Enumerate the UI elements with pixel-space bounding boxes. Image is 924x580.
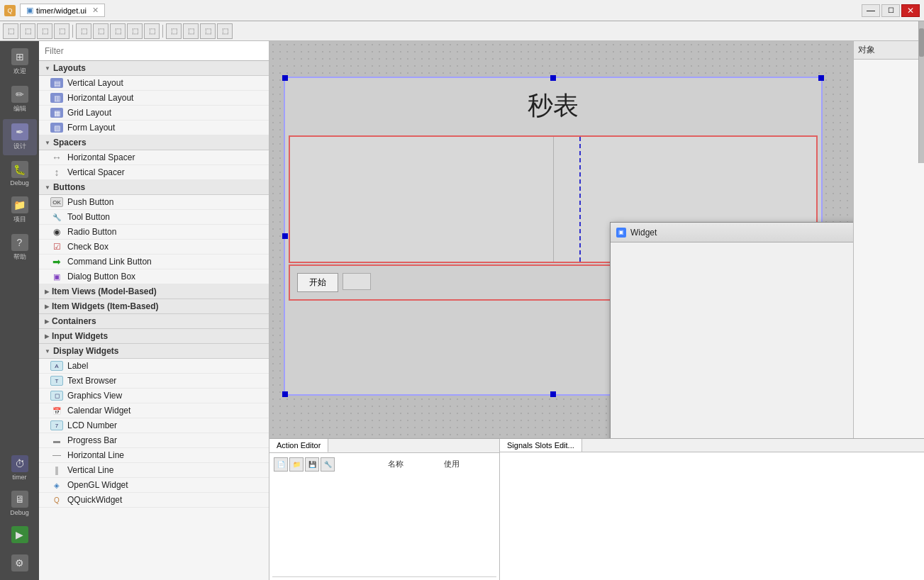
handle-l[interactable] [282, 233, 288, 239]
toolbar-btn-3[interactable]: ⬚ [37, 23, 52, 39]
command-link-label: Command Link Button [67, 257, 152, 267]
file-tab-icon: ▣ [26, 6, 33, 15]
sidebar-item-vertical-layout[interactable]: ▤ Vertical Layout [39, 76, 269, 91]
sidebar-item-push-button[interactable]: OK Push Button [39, 195, 269, 210]
sidebar-item-lcd-number[interactable]: 7 LCD Number [39, 418, 269, 433]
file-tab-close[interactable]: ✕ [92, 6, 99, 15]
right-panel-scroll[interactable] [857, 62, 921, 435]
sidebar-item-command-link-button[interactable]: ➡ Command Link Button [39, 255, 269, 269]
toolbar-btn-7[interactable]: ⬚ [110, 23, 126, 39]
icon-sidebar: ⊞ 欢迎 ✏ 编辑 ✒ 设计 🐛 Debug 📁 项目 ? 帮助 [0, 41, 39, 580]
signals-slots-tab[interactable]: Signals Slots Edit... [500, 439, 582, 452]
group-item-views: ▶ Item Views (Model-Based) [39, 284, 269, 299]
vertical-layout-icon: ▤ [50, 78, 63, 88]
bottom-main-panel: Signals Slots Edit... [500, 439, 924, 580]
group-item-views-label: Item Views (Model-Based) [52, 286, 157, 296]
sidebar-item-graphics-view[interactable]: ◻ Graphics View [39, 389, 269, 403]
toolbar-btn-13[interactable]: ⬚ [217, 23, 233, 39]
group-input-widgets-header[interactable]: ▶ Input Widgets [39, 329, 269, 344]
group-layouts: ▼ Layouts ▤ Vertical Layout ▥ Horizontal… [39, 61, 269, 135]
window-minimize[interactable]: — [862, 4, 880, 17]
sidebar-item-calendar-widget[interactable]: 📅 Calendar Widget [39, 403, 269, 418]
toolbar-btn-1[interactable]: ⬚ [3, 23, 18, 39]
form-btn-start[interactable]: 开始 [297, 273, 338, 292]
handle-tr[interactable] [818, 75, 824, 81]
toolbar-btn-6[interactable]: ⬚ [93, 23, 108, 39]
group-item-views-header[interactable]: ▶ Item Views (Model-Based) [39, 284, 269, 299]
sidebar-item-check-box[interactable]: ☑ Check Box [39, 240, 269, 255]
group-layouts-header[interactable]: ▼ Layouts [39, 61, 269, 76]
window-close[interactable]: ✕ [901, 4, 920, 17]
scrollbar-thumb[interactable] [919, 41, 924, 57]
group-buttons-label: Buttons [53, 182, 85, 192]
sidebar-item-dialog-button-box[interactable]: ▣ Dialog Button Box [39, 269, 269, 284]
spacers-arrow: ▼ [45, 140, 50, 146]
action-editor-tab[interactable]: Action Editor [269, 439, 328, 452]
designer-canvas: 秒表 开始 [269, 41, 853, 438]
filter-bar[interactable] [39, 41, 269, 61]
file-tab[interactable]: ▣ timer/widget.ui ✕ [20, 4, 105, 17]
window-maximize[interactable]: ☐ [881, 4, 900, 17]
sidebar-icon-edit[interactable]: ✏ 编辑 [3, 82, 37, 118]
sidebar-item-v-spacer[interactable]: ↕ Vertical Spacer [39, 165, 269, 180]
sidebar-icon-design[interactable]: ✒ 设计 [3, 119, 37, 155]
handle-bl[interactable] [282, 391, 288, 397]
group-item-widgets-header[interactable]: ▶ Item Widgets (Item-Based) [39, 299, 269, 314]
sidebar-item-opengl[interactable]: ◈ OpenGL Widget [39, 478, 269, 493]
action-toolbar-btn-1[interactable]: 📄 [274, 457, 288, 472]
toolbar-btn-10[interactable]: ⬚ [166, 23, 182, 39]
sidebar-item-label[interactable]: A Label [39, 359, 269, 374]
sidebar-item-grid-layout[interactable]: ▦ Grid Layout [39, 106, 269, 121]
action-toolbar-btn-2[interactable]: 📁 [289, 457, 304, 472]
action-toolbar-btn-4[interactable]: 🔧 [321, 457, 335, 472]
sidebar-icon-project[interactable]: 📁 项目 [3, 192, 37, 228]
bottom-left-tabs: Action Editor [269, 439, 499, 453]
handle-b[interactable] [550, 391, 556, 397]
sidebar-item-progress-bar[interactable]: ▬ Progress Bar [39, 433, 269, 448]
action-toolbar-btn-3[interactable]: 💾 [305, 457, 319, 472]
group-input-widgets: ▶ Input Widgets [39, 329, 269, 344]
horizontal-layout-icon: ▥ [50, 93, 63, 103]
sidebar-item-horizontal-layout[interactable]: ▥ Horizontal Layout [39, 91, 269, 106]
graphics-view-icon: ◻ [50, 391, 63, 401]
toolbar-btn-8[interactable]: ⬚ [127, 23, 143, 39]
sidebar-icon-help[interactable]: ? 帮助 [3, 230, 37, 266]
sidebar-icon-run[interactable]: ▶ [3, 522, 37, 549]
group-buttons-header[interactable]: ▼ Buttons [39, 180, 269, 195]
handle-t[interactable] [550, 75, 556, 81]
bottom-main-tabs: Signals Slots Edit... [500, 439, 924, 452]
group-item-widgets: ▶ Item Widgets (Item-Based) [39, 299, 269, 314]
group-containers-header[interactable]: ▶ Containers [39, 314, 269, 329]
group-display-widgets-header[interactable]: ▼ Display Widgets [39, 344, 269, 359]
check-box-label: Check Box [67, 242, 108, 252]
toolbar-btn-12[interactable]: ⬚ [200, 23, 216, 39]
toolbar-btn-5[interactable]: ⬚ [76, 23, 91, 39]
sidebar-item-h-spacer[interactable]: ↔ Horizontal Spacer [39, 150, 269, 165]
grid-layout-label: Grid Layout [67, 108, 111, 118]
toolbar-btn-2[interactable]: ⬚ [20, 23, 35, 39]
sidebar-item-radio-button[interactable]: ◉ Radio Button [39, 225, 269, 240]
sidebar-item-h-line[interactable]: — Horizontal Line [39, 448, 269, 463]
sidebar-item-tool-button[interactable]: 🔧 Tool Button [39, 210, 269, 225]
app-icon: Q [4, 5, 16, 16]
sidebar-item-form-layout[interactable]: ▧ Form Layout [39, 121, 269, 135]
input-widgets-arrow: ▶ [45, 333, 49, 340]
sidebar-item-qquick-widget[interactable]: Q QQuickWidget [39, 493, 269, 508]
sidebar-item-v-line[interactable]: ‖ Vertical Line [39, 463, 269, 478]
sidebar-icon-welcome[interactable]: ⊞ 欢迎 [3, 44, 37, 80]
sidebar-icon-timer[interactable]: ⏱ timer [3, 451, 37, 485]
toolbar-btn-11[interactable]: ⬚ [183, 23, 199, 39]
tool-button-label: Tool Button [67, 212, 110, 222]
handle-tl[interactable] [282, 75, 288, 81]
col-name: 名称 [385, 457, 441, 576]
filter-input[interactable] [39, 41, 269, 60]
sidebar-icon-debug[interactable]: 🐛 Debug [3, 157, 37, 191]
sidebar-item-text-browser[interactable]: T Text Browser [39, 374, 269, 389]
group-spacers-header[interactable]: ▼ Spacers [39, 135, 269, 150]
sidebar-icon-build[interactable]: ⚙ [3, 550, 37, 577]
toolbar-btn-9[interactable]: ⬚ [144, 23, 160, 39]
right-panel-scrollbar[interactable] [918, 41, 924, 163]
bottom-left-content: 📄 📁 💾 🔧 名称 使用 [269, 453, 499, 580]
toolbar-btn-4[interactable]: ⬚ [54, 23, 69, 39]
sidebar-icon-debug2[interactable]: 🖥 Debug [3, 486, 37, 520]
